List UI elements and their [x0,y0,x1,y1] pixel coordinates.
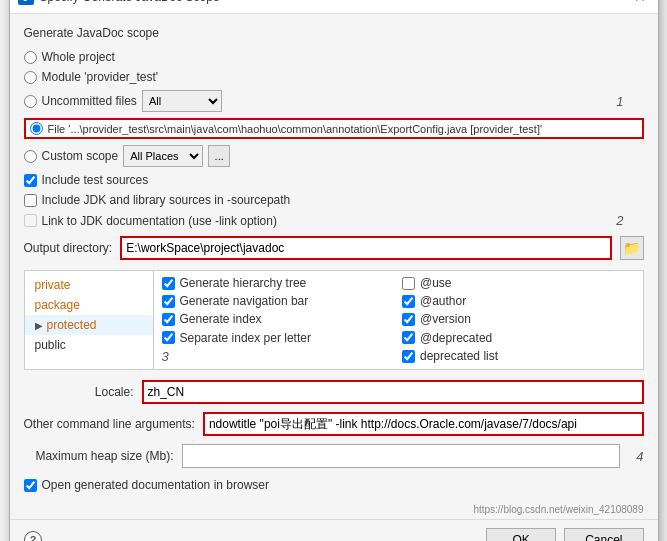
radio-file-label: File '...\provider_test\src\main\java\co… [48,123,543,135]
option-separate-index-label: Separate index per letter [180,331,311,345]
radio-custom-row: Custom scope All Places ... [24,145,644,167]
output-browse-button[interactable]: 📁 [620,236,644,260]
option-separate-index[interactable]: Separate index per letter [162,330,395,346]
dialog-content: Generate JavaDoc scope Whole project Mod… [10,14,658,504]
main-options-area: private package ▶ protected public Gener… [24,270,644,370]
section-label: Generate JavaDoc scope [24,26,644,40]
link-jdk-checkbox [24,214,37,227]
cmdline-input[interactable] [203,412,644,436]
button-row: ? OK Cancel [10,519,658,541]
watermark: https://blog.csdn.net/weixin_42108089 [10,504,658,519]
public-label: public [35,338,66,352]
option-deprecated-list-label: deprecated list [420,349,498,363]
visibility-panel: private package ▶ protected public [24,270,154,370]
number-badge-3: 3 [162,349,169,364]
title-bar: J Specify Generate JavaDoc Scope ✕ [10,0,658,14]
help-button[interactable]: ? [24,531,42,541]
custom-scope-settings-button[interactable]: ... [208,145,230,167]
radio-custom[interactable]: Custom scope [24,149,119,163]
locale-input[interactable] [142,380,644,404]
radio-custom-input[interactable] [24,150,37,163]
locale-label: Locale: [24,385,134,399]
option-author-checkbox[interactable] [402,295,415,308]
visibility-private[interactable]: private [25,275,153,295]
option-deprecated-list[interactable]: deprecated list [402,348,635,365]
include-test-row[interactable]: Include test sources [24,173,644,187]
option-navbar[interactable]: Generate navigation bar [162,293,395,309]
custom-scope-select[interactable]: All Places [123,145,203,167]
cancel-button[interactable]: Cancel [564,528,643,541]
open-browser-checkbox[interactable] [24,479,37,492]
option-hierarchy-label: Generate hierarchy tree [180,276,307,290]
option-author[interactable]: @author [402,293,635,309]
option-separate-index-checkbox[interactable] [162,331,175,344]
include-test-checkbox[interactable] [24,174,37,187]
protected-label: protected [47,318,97,332]
option-empty: 3 [162,348,395,365]
option-deprecated[interactable]: @deprecated [402,330,635,346]
option-deprecated-label: @deprecated [420,331,492,345]
open-browser-label: Open generated documentation in browser [42,478,269,492]
output-row: Output directory: 📁 [24,236,644,260]
option-hierarchy-checkbox[interactable] [162,277,175,290]
open-browser-row[interactable]: Open generated documentation in browser [24,478,644,492]
radio-whole-project-input[interactable] [24,51,37,64]
option-version-label: @version [420,312,471,326]
number-badge-4: 4 [636,449,643,464]
link-jdk-label: Link to JDK documentation (use -link opt… [42,214,277,228]
option-author-label: @author [420,294,466,308]
option-navbar-checkbox[interactable] [162,295,175,308]
radio-uncommitted-input[interactable] [24,95,37,108]
cmdline-label: Other command line arguments: [24,417,195,431]
heap-input[interactable] [182,444,621,468]
radio-module[interactable]: Module 'provider_test' [24,70,644,84]
option-version[interactable]: @version [402,311,635,327]
radio-uncommitted-row: Uncommitted files All 1 [24,90,644,112]
option-use-label: @use [420,276,452,290]
include-jdk-row[interactable]: Include JDK and library sources in -sour… [24,193,644,207]
option-navbar-label: Generate navigation bar [180,294,309,308]
visibility-public[interactable]: public [25,335,153,355]
radio-whole-project[interactable]: Whole project [24,50,644,64]
include-test-label: Include test sources [42,173,149,187]
visibility-package[interactable]: package [25,295,153,315]
heap-label: Maximum heap size (Mb): [24,449,174,463]
heap-row: Maximum heap size (Mb): 4 [24,444,644,468]
link-jdk-row: Link to JDK documentation (use -link opt… [24,213,644,228]
package-label: package [35,298,80,312]
option-use[interactable]: @use [402,275,635,291]
visibility-protected[interactable]: ▶ protected [25,315,153,335]
cmdline-row: Other command line arguments: [24,412,644,436]
option-hierarchy[interactable]: Generate hierarchy tree [162,275,395,291]
include-jdk-label: Include JDK and library sources in -sour… [42,193,291,207]
output-label: Output directory: [24,241,113,255]
close-button[interactable]: ✕ [630,0,650,7]
output-input[interactable] [120,236,611,260]
dialog-icon: J [18,0,34,5]
locale-row: Locale: [24,380,644,404]
radio-uncommitted[interactable]: Uncommitted files [24,94,137,108]
options-panel: Generate hierarchy tree @use Generate na… [154,270,644,370]
option-index-label: Generate index [180,312,262,326]
option-deprecated-list-checkbox[interactable] [402,350,415,363]
dialog-title: Specify Generate JavaDoc Scope [40,0,624,4]
option-index[interactable]: Generate index [162,311,395,327]
radio-whole-project-label: Whole project [42,50,115,64]
private-label: private [35,278,71,292]
radio-module-label: Module 'provider_test' [42,70,159,84]
option-index-checkbox[interactable] [162,313,175,326]
uncommitted-select[interactable]: All [142,90,222,112]
option-deprecated-checkbox[interactable] [402,331,415,344]
radio-file-input[interactable] [30,122,43,135]
number-badge-2: 2 [616,213,623,228]
arrow-icon: ▶ [35,320,43,331]
radio-file-row[interactable]: File '...\provider_test\src\main\java\co… [24,118,644,139]
dialog: J Specify Generate JavaDoc Scope ✕ Gener… [9,0,659,541]
radio-module-input[interactable] [24,71,37,84]
ok-button[interactable]: OK [486,528,556,541]
option-version-checkbox[interactable] [402,313,415,326]
include-jdk-checkbox[interactable] [24,194,37,207]
number-badge-1: 1 [616,94,623,109]
radio-uncommitted-label: Uncommitted files [42,94,137,108]
option-use-checkbox[interactable] [402,277,415,290]
